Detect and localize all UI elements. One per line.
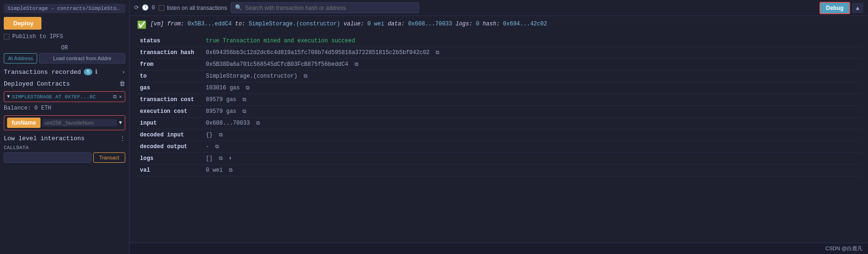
transactions-label: Transactions recorded: [4, 69, 81, 76]
topbar-icons: ⟳ 🕐 0: [134, 4, 155, 11]
debug-button[interactable]: Debug: [819, 2, 850, 14]
cell-text: []: [206, 155, 212, 162]
cell-text: 0x5B38Da6a701c568545dCfcB03FcB875f56bedd…: [206, 61, 348, 68]
transaction-table: statustrue Transaction mined and executi…: [137, 35, 860, 176]
cell-text: -: [206, 143, 209, 150]
low-level-header: Low level interactions ⋮: [4, 135, 125, 142]
search-input[interactable]: [245, 5, 415, 11]
copy-icon[interactable]: ⧉: [355, 62, 358, 67]
tx-header-row: ✅ [vm] from: 0x5B3...eddC4 to: SimpleSto…: [137, 20, 860, 30]
row-value: 89579 gas ⧉: [203, 94, 860, 106]
copy-icon[interactable]: ⧉: [229, 167, 233, 173]
cell-text: 89579 gas: [206, 96, 236, 103]
row-label: decoded input: [137, 129, 203, 141]
cell-text: 103016 gas: [206, 85, 240, 91]
sidebar: SimpleStorage - contracts/SimpleSto... D…: [0, 0, 130, 254]
clock-icon[interactable]: 🕐: [142, 4, 149, 11]
row-value: SimpleStorage.(constructor) ⧉: [203, 71, 860, 82]
table-row: val0 wei ⧉: [137, 165, 860, 176]
fun-row: funName ▼: [4, 115, 125, 130]
address-row: At Address Load contract from Addre: [4, 53, 125, 64]
row-label: gas: [137, 82, 203, 94]
publish-checkbox[interactable]: [4, 34, 9, 40]
trash-icon[interactable]: 🗑: [119, 80, 125, 87]
info-icon[interactable]: ℹ: [95, 68, 97, 76]
table-row: toSimpleStorage.(constructor) ⧉: [137, 71, 860, 82]
deployed-contracts-label: Deployed Contracts: [4, 80, 70, 87]
transact-button[interactable]: Transact: [93, 152, 125, 163]
publish-label: Publish to IPFS: [12, 33, 63, 40]
calldata-input[interactable]: [4, 152, 91, 163]
low-level-info-icon[interactable]: ⋮: [120, 135, 125, 142]
table-row: decoded input{} ⧉: [137, 129, 860, 141]
row-label: to: [137, 71, 203, 82]
row-value: 0x5B38Da6a701c568545dCfcB03FcB875f56bedd…: [203, 59, 860, 71]
contract-close-icon[interactable]: ✕: [119, 94, 122, 100]
calldata-row: Transact: [4, 152, 125, 163]
row-label: logs: [137, 153, 203, 165]
collapse-button[interactable]: ▲: [852, 3, 863, 13]
main-panel: ⟳ 🕐 0 listen on all transactions 🔍 Debug…: [130, 0, 868, 254]
cell-text: {}: [206, 132, 212, 138]
table-row: statustrue Transaction mined and executi…: [137, 35, 860, 47]
copy-icon[interactable]: ⧉: [436, 50, 439, 56]
topbar-count: 0: [152, 5, 155, 11]
cell-text: 0x608...70033: [206, 120, 250, 127]
or-divider: OR: [4, 45, 125, 51]
row-value: [] ⧉ ⬇: [203, 153, 860, 165]
fun-button[interactable]: funName: [7, 118, 41, 128]
copy-icon[interactable]: ⧉: [246, 85, 250, 91]
topbar: ⟳ 🕐 0 listen on all transactions 🔍 Debug…: [130, 0, 868, 16]
cell-text: SimpleStorage.(constructor): [206, 73, 297, 79]
tx-header-text: [vm] from: 0x5B3...eddC4 to: SimpleStora…: [150, 20, 547, 28]
cell-text: 0x694356bb3c12d2dc6c4d819a15fc708b74d595…: [206, 49, 430, 56]
status-value: true Transaction mined and execution suc…: [206, 38, 355, 44]
cell-text: 0 wei: [206, 167, 223, 174]
table-row: transaction hash0x694356bb3c12d2dc6c4d81…: [137, 47, 860, 59]
table-row: logs[] ⧉ ⬇: [137, 153, 860, 165]
row-label: transaction cost: [137, 94, 203, 106]
row-value: - ⧉: [203, 141, 860, 153]
listen-checkbox[interactable]: [159, 5, 164, 11]
at-address-button[interactable]: At Address: [4, 53, 37, 64]
copy-icon[interactable]: ⧉: [219, 156, 223, 161]
transactions-row: Transactions recorded 5 ℹ ›: [4, 68, 125, 76]
copy-icon[interactable]: ⧉: [243, 109, 246, 114]
copy-icon[interactable]: ⧉: [243, 97, 246, 103]
row-value: 103016 gas ⧉: [203, 82, 860, 94]
table-row: input0x608...70033 ⧉: [137, 118, 860, 129]
debug-area: Debug ▲: [819, 2, 863, 14]
cell-text: 89579 gas: [206, 108, 236, 115]
load-contract-button[interactable]: Load contract from Addre: [39, 53, 125, 64]
table-row: from0x5B38Da6a701c568545dCfcB03FcB875f56…: [137, 59, 860, 71]
copy-icon[interactable]: ⧉: [215, 144, 219, 150]
low-level-title: Low level interactions: [4, 135, 85, 142]
contract-row: ▼ SIMPLESTORAGE AT 0X7EF...8C ⧉ ✕: [4, 91, 125, 102]
row-label: decoded output: [137, 141, 203, 153]
copy-icon[interactable]: ⧉: [304, 73, 308, 79]
contract-copy-icon[interactable]: ⧉: [113, 94, 117, 100]
row-label: val: [137, 165, 203, 176]
chevron-right-icon[interactable]: ›: [122, 69, 125, 76]
extra-icon[interactable]: ⬇: [229, 156, 232, 161]
deployed-contracts-header: Deployed Contracts 🗑: [4, 80, 125, 87]
contract-name: SIMPLESTORAGE AT 0X7EF...8C: [12, 94, 111, 100]
calldata-label: CALLDATA: [4, 145, 125, 151]
success-icon: ✅: [137, 20, 146, 30]
balance-row: Balance: 0 ETH: [4, 105, 125, 111]
refresh-icon[interactable]: ⟳: [134, 4, 139, 11]
row-label: execution cost: [137, 106, 203, 118]
copy-icon[interactable]: ⧉: [219, 132, 223, 138]
row-value: {} ⧉: [203, 129, 860, 141]
row-value: 0x608...70033 ⧉: [203, 118, 860, 129]
deploy-button[interactable]: Deploy: [4, 17, 41, 30]
listen-checkbox-row: listen on all transactions: [159, 5, 227, 11]
fun-input[interactable]: [42, 119, 117, 127]
row-value: 89579 gas ⧉: [203, 106, 860, 118]
contract-chevron-icon[interactable]: ▼: [7, 94, 10, 99]
fun-chevron-icon[interactable]: ▼: [119, 120, 122, 126]
transactions-badge: 5: [84, 69, 93, 75]
table-row: transaction cost89579 gas ⧉: [137, 94, 860, 106]
copy-icon[interactable]: ⧉: [256, 120, 260, 126]
row-label: from: [137, 59, 203, 71]
